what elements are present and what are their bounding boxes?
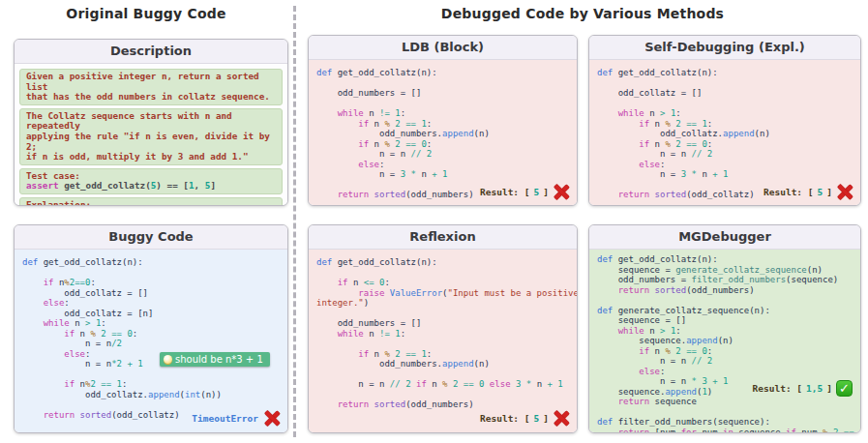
code-line: sequence = []: [597, 315, 853, 326]
right-column-title: Debugged Code by Various Methods: [300, 6, 865, 21]
code-line: integer."): [316, 298, 569, 309]
code-line: [597, 99, 853, 109]
code-line: odd_collatz = []: [597, 88, 853, 99]
code-line: def generate_collatz_sequence(n):: [597, 306, 853, 316]
code-line: [22, 399, 280, 410]
code-line: return sequence: [597, 397, 853, 407]
code-line: if n % 2 == 0:: [316, 139, 569, 150]
code-line: [316, 99, 569, 109]
self-debugging-panel: Self-Debugging (Expl.) def get_odd_colla…: [588, 35, 861, 206]
ldb-panel-body: def get_odd_collatz(n): odd_numbers = []…: [309, 60, 577, 206]
code-line: [597, 407, 853, 418]
result-suffix: ]: [826, 187, 832, 197]
code-line: that has the odd numbers in collatz sequ…: [26, 92, 276, 103]
code-line: odd_collatz = []: [22, 288, 280, 299]
mgdebugger-code-block: def get_odd_collatz(n): sequence = gener…: [589, 250, 860, 433]
code-line: if n % 2 == 0:: [22, 329, 280, 340]
code-line: n = n/2: [22, 339, 280, 349]
code-line: if n % 2 == 1:: [316, 119, 569, 130]
description-panel-title: Description: [15, 40, 287, 64]
result-value: 5: [534, 413, 540, 424]
code-line: [316, 309, 569, 319]
code-line: if n % 2 == 1:: [597, 119, 853, 130]
code-line: else:: [316, 160, 569, 170]
code-line: return sorted(odd_numbers): [597, 285, 853, 296]
code-line: n = 3 * n + 1: [597, 169, 853, 180]
code-line: n = n // 2: [597, 356, 853, 367]
code-line: Given a positive integer n, return a sor…: [26, 72, 276, 92]
code-line: return sorted(odd_numbers): [316, 399, 569, 410]
code-line: Explanation:: [26, 200, 276, 206]
code-line: if n % 2 == 1:: [316, 349, 569, 360]
self-debugging-result-badge: Result: [5]: [763, 184, 853, 200]
code-line: applying the rule "if n is even, divide …: [26, 132, 276, 152]
result-label: Result: [: [480, 187, 529, 197]
self-debugging-panel-title: Self-Debugging (Expl.): [589, 36, 860, 60]
code-line: odd_numbers = filter_odd_numbers(sequenc…: [597, 275, 853, 285]
code-line: odd_collatz = [n]: [22, 309, 280, 319]
code-line: while n > 1:: [597, 326, 853, 337]
result-label: Result: [: [763, 187, 813, 197]
code-line: [316, 390, 569, 400]
code-line: odd_numbers = []: [316, 88, 569, 99]
code-line: if n is odd, multiply it by 3 and add 1.…: [26, 152, 276, 162]
code-line: [597, 78, 853, 89]
self-debugging-panel-body: def get_odd_collatz(n): odd_collatz = []…: [589, 60, 860, 206]
code-line: odd_numbers.append(n): [316, 359, 569, 369]
buggy-error-row: TimeoutError: [192, 410, 280, 427]
code-line: def get_odd_collatz(n):: [597, 254, 853, 265]
code-line: else:: [597, 367, 853, 377]
code-line: else:: [22, 298, 280, 309]
code-line: while n != 1:: [316, 329, 569, 340]
code-line: assert get_odd_collatz(5) == [1, 5]: [26, 181, 276, 192]
buggy-code-panel: Buggy Code def get_odd_collatz(n): if n%…: [14, 224, 288, 433]
timeout-error-label: TimeoutError: [192, 413, 258, 424]
code-line: n = n // 2 if n % 2 == 0 else 3 * n + 1: [316, 379, 569, 390]
self-debugging-code-block: def get_odd_collatz(n): odd_collatz = []…: [589, 60, 860, 204]
reflexion-result-badge: Result: [5]: [480, 410, 569, 427]
ldb-panel: LDB (Block) def get_odd_collatz(n): odd_…: [308, 35, 578, 206]
code-line: if n%2==0:: [22, 278, 280, 288]
error-x-icon: [553, 184, 569, 200]
code-line: [316, 369, 569, 380]
code-line: while n > 1:: [597, 108, 853, 119]
code-line: sequence = generate_collatz_sequence(n): [597, 265, 853, 276]
left-column-title: Original Buggy Code: [0, 6, 292, 21]
code-line: odd_collatz.append(n): [597, 129, 853, 139]
result-value: 5: [534, 187, 540, 197]
code-line: n = n // 2: [316, 149, 569, 160]
code-line: while n != 1:: [316, 108, 569, 119]
buggy-code-panel-title: Buggy Code: [15, 225, 287, 250]
code-line: [316, 78, 569, 89]
mgdebugger-result-badge: Result: [1,5]: [753, 380, 853, 397]
code-line: [597, 295, 853, 306]
reflexion-panel-body: def get_odd_collatz(n): if n <= 0: raise…: [309, 250, 577, 433]
code-line: def get_odd_collatz(n):: [316, 68, 569, 78]
code-line: The Collatz sequence starts with n and r…: [26, 111, 276, 132]
code-line: while n > 1:: [22, 318, 280, 329]
error-x-icon: [263, 410, 280, 427]
code-line: [316, 268, 569, 279]
description-block-problem: Given a positive integer n, return a sor…: [19, 69, 283, 105]
mgdebugger-panel-title: MGDebugger: [589, 225, 860, 250]
code-line: if n%2 == 1:: [22, 379, 280, 390]
error-x-icon: [836, 184, 853, 200]
description-block-rule: The Collatz sequence starts with n and r…: [19, 108, 283, 165]
result-suffix: ]: [826, 383, 832, 394]
reflexion-panel: Reflexion def get_odd_collatz(n): if n <…: [308, 224, 578, 433]
code-line: if n % 2 == 0:: [597, 346, 853, 357]
ldb-result-badge: Result: [5]: [480, 184, 569, 200]
reflexion-code-block: def get_odd_collatz(n): if n <= 0: raise…: [309, 250, 577, 414]
ldb-panel-title: LDB (Block): [309, 36, 577, 60]
buggy-code-block: def get_odd_collatz(n): if n%2==0: odd_c…: [15, 250, 287, 424]
code-line: n = 3 * n + 1: [316, 169, 569, 180]
result-suffix: ]: [543, 187, 549, 197]
code-line: sequence.append(n): [597, 336, 853, 346]
code-line: n = n // 2: [597, 149, 853, 160]
code-line: odd_numbers = []: [316, 318, 569, 329]
dashed-divider: [293, 6, 296, 437]
code-line: else:: [597, 160, 853, 170]
ldb-code-block: def get_odd_collatz(n): odd_numbers = []…: [309, 60, 577, 204]
error-x-icon: [553, 410, 569, 427]
code-line: raise ValueError("Input must be a positi…: [316, 288, 569, 299]
